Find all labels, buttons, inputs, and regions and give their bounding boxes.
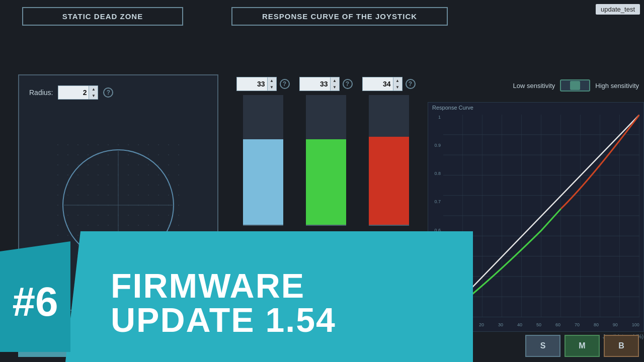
x-tick-60: 60 [555, 322, 560, 327]
response-curve-reset-button[interactable]: Reset [296, 336, 362, 356]
bars-area: 33 ▲ ▼ ? 33 ▲ ▼ [231, 74, 428, 286]
bar3-spinbox[interactable]: 34 ▲ ▼ [362, 77, 403, 91]
radius-label: Radius: [29, 88, 53, 97]
dead-zone-save-button[interactable]: Save [18, 336, 78, 357]
mode-m-button[interactable]: M [565, 335, 600, 357]
bar3-help-icon[interactable]: ? [406, 79, 416, 89]
svg-point-5 [116, 235, 121, 240]
bar2-fill [306, 139, 346, 225]
bar3-value: 34 [363, 80, 393, 88]
y-tick-07: 0.7 [434, 199, 441, 204]
joystick-circle [53, 140, 184, 270]
mode-s-button[interactable]: S [525, 335, 560, 357]
bar1-down-arrow[interactable]: ▼ [268, 84, 276, 90]
bar1-spinbox[interactable]: 33 ▲ ▼ [236, 77, 277, 91]
bar1-fill [243, 139, 283, 225]
bar2-help-icon[interactable]: ? [343, 79, 353, 89]
x-tick-20: 20 [479, 322, 484, 327]
joystick-svg [53, 140, 184, 270]
bar1-up-arrow[interactable]: ▲ [268, 77, 276, 84]
bar-group-1: 33 ▲ ▼ ? [231, 74, 294, 226]
response-curve-header: RESPONSE CURVE OF THE JOYSTICK [231, 7, 448, 26]
bar-group-2: 33 ▲ ▼ ? [294, 74, 357, 226]
response-curve-save-button[interactable]: Save [231, 337, 291, 355]
bar3-fill [369, 137, 409, 225]
bar-group-3: 34 ▲ ▼ ? [357, 74, 420, 226]
dead-zone-buttons: Save Reset [18, 336, 153, 362]
bar3-container [369, 95, 409, 226]
y-tick-1: 1 [438, 115, 441, 120]
sensitivity-row: Low sensitivity High sensitivity [513, 79, 639, 92]
bar1-value: 33 [237, 80, 267, 88]
radius-up-arrow[interactable]: ▲ [89, 86, 98, 93]
bar2-spinbox[interactable]: 33 ▲ ▼ [299, 77, 340, 91]
dead-zone-panel: Radius: 2 ▲ ▼ ? [18, 74, 218, 311]
dead-zone-reset-button[interactable]: Reset [88, 336, 153, 357]
bar2-container [306, 95, 346, 226]
bar2-up-arrow[interactable]: ▲ [331, 77, 339, 84]
x-tick-40: 40 [517, 322, 522, 327]
bar3-down-arrow[interactable]: ▼ [393, 84, 402, 90]
x-tick-80: 80 [594, 322, 599, 327]
dead-zone-header: STATIC DEAD ZONE [22, 7, 183, 26]
x-tick-0: 0 [443, 322, 446, 327]
x-tick-30: 30 [498, 322, 503, 327]
bar3-up-arrow[interactable]: ▲ [393, 77, 402, 84]
response-curve-svg [443, 115, 639, 317]
radius-spinbox[interactable]: 2 ▲ ▼ [58, 85, 98, 100]
low-sensitivity-label: Low sensitivity [513, 82, 555, 89]
joystick-area [29, 111, 207, 300]
x-tick-70: 70 [575, 322, 580, 327]
y-tick-06: 0.6 [434, 228, 441, 233]
sensitivity-toggle[interactable] [560, 79, 590, 92]
x-tick-10: 10 [460, 322, 465, 327]
y-tick-03: 0.3 [434, 312, 441, 317]
bar2-down-arrow[interactable]: ▼ [331, 84, 339, 90]
y-tick-08: 0.8 [434, 171, 441, 176]
toggle-handle [570, 81, 580, 90]
bar1-help-icon[interactable]: ? [280, 79, 290, 89]
mode-b-button[interactable]: B [604, 335, 639, 357]
y-tick-04: 0.4 [434, 284, 441, 289]
radius-value: 2 [58, 88, 89, 97]
radius-down-arrow[interactable]: ▼ [89, 93, 98, 99]
x-tick-50: 50 [536, 322, 541, 327]
high-sensitivity-label: High sensitivity [595, 82, 639, 89]
y-tick-05: 0.5 [434, 256, 441, 261]
bar1-container [243, 95, 283, 226]
y-tick-09: 0.9 [434, 143, 441, 148]
x-tick-90: 90 [613, 322, 618, 327]
bar2-value: 33 [300, 80, 330, 88]
version-label: update_test [596, 4, 640, 15]
radius-help-icon[interactable]: ? [103, 87, 113, 98]
graph-title: Response Curve [432, 105, 473, 111]
x-tick-100: 100 [632, 322, 639, 327]
